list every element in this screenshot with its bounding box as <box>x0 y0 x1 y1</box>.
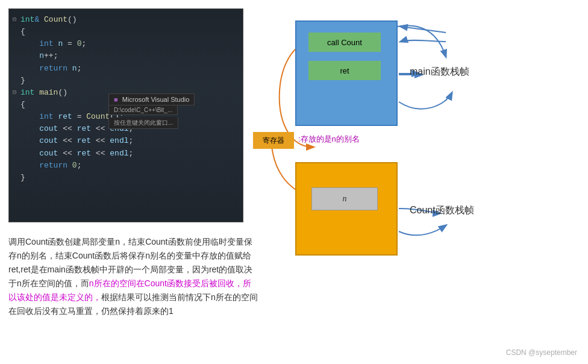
vs-logo: ■ <box>114 96 118 103</box>
fold-icon-10 <box>13 125 19 134</box>
csdn-watermark: CSDN @syseptember <box>506 348 577 357</box>
tooltip-path: D:\code\C_C++\Bit_... <box>114 107 172 113</box>
bottom-description: 调用Count函数创建局部变量n，结束Count函数前使用临时变量保存n的别名，… <box>8 235 258 319</box>
tooltip-line1: Microsoft Visual Studio <box>122 96 190 103</box>
count-stack-frame: n <box>295 162 398 256</box>
call-count-button: call Count <box>308 33 381 52</box>
code-line-2: { <box>13 26 239 38</box>
n-variable-box: n <box>311 187 378 210</box>
code-line-12: cout << ret << endl; <box>13 148 239 160</box>
code-editor: ⊟ int& Count() { int n = 0; n++; return … <box>8 8 243 222</box>
fold-icon-12 <box>13 149 19 158</box>
tooltip-line3: 按任意键关闭此窗口... <box>108 118 178 129</box>
fold-icon-4 <box>13 52 19 61</box>
fold-icon-6 <box>13 76 19 86</box>
code-line-3: int n = 0; <box>13 38 239 50</box>
fold-icon-11 <box>13 137 19 146</box>
code-line-1: ⊟ int& Count() <box>13 14 239 26</box>
main-stack-frame: call Count ret <box>295 20 398 126</box>
fold-icon-5 <box>13 64 19 74</box>
fold-icon-9 <box>13 112 19 122</box>
fold-icon-7: ⊟ <box>13 88 19 98</box>
diagram-area: call Count ret main函数栈帧 寄存器 :存放的是n的别名 n … <box>259 8 578 346</box>
fold-icon-14 <box>13 173 19 183</box>
code-line-4: n++; <box>13 50 239 62</box>
code-line-14: } <box>13 172 239 184</box>
register-box: 寄存器 <box>253 132 294 149</box>
vs-tooltip-line2: D:\code\C_C++\Bit_... <box>108 105 178 115</box>
count-stack-label: Count函数栈帧 <box>410 204 474 217</box>
fold-icon-2 <box>13 27 19 37</box>
fold-icon-13 <box>13 161 19 171</box>
code-line-11: cout << ret << endl; <box>13 135 239 147</box>
fold-icon-1: ⊟ <box>13 15 19 25</box>
main-stack-label: main函数栈帧 <box>410 66 469 78</box>
code-line-6: } <box>13 75 239 87</box>
ret-button: ret <box>308 61 381 80</box>
code-line-13: return 0; <box>13 160 239 172</box>
fold-icon-8 <box>13 100 19 110</box>
code-line-5: return n; <box>13 63 239 75</box>
vs-tooltip: ■ Microsoft Visual Studio <box>108 93 195 105</box>
fold-icon-3 <box>13 40 19 49</box>
register-note: :存放的是n的别名 <box>298 134 360 145</box>
